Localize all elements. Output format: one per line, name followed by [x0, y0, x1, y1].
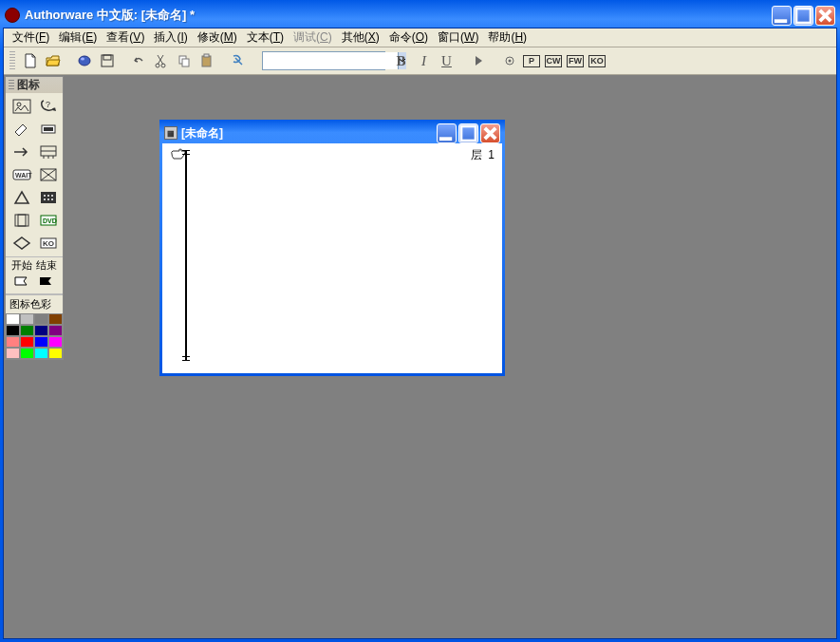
svg-point-2	[79, 56, 90, 66]
window-controls	[772, 6, 835, 26]
svg-rect-38	[461, 125, 476, 140]
digital-movie-icon[interactable]: DVD	[35, 210, 62, 231]
wait-icon-alt[interactable]	[35, 119, 62, 140]
copy-button[interactable]	[173, 50, 195, 71]
color-grid	[6, 313, 63, 359]
color-swatch-3[interactable]	[48, 313, 63, 325]
color-swatch-7[interactable]	[48, 325, 63, 336]
library-button[interactable]	[73, 50, 95, 71]
erase-icon[interactable]	[9, 119, 35, 140]
color-swatch-5[interactable]	[20, 325, 34, 336]
navigate-icon[interactable]	[9, 142, 35, 162]
map-icon[interactable]	[9, 210, 35, 231]
svg-point-27	[51, 195, 53, 197]
toolbar-grip[interactable]	[9, 51, 15, 70]
main-window: Authorware 中文版: [未命名] * 文件(F)编辑(E)查看(V)插…	[0, 0, 840, 642]
menu-v[interactable]: 查看(V)	[102, 28, 149, 47]
svg-point-29	[47, 198, 49, 200]
new-button[interactable]	[19, 50, 41, 71]
svg-rect-10	[202, 56, 211, 66]
menu-t[interactable]: 文本(T)	[242, 28, 289, 47]
ko-box-button[interactable]: KO	[588, 55, 606, 67]
italic-button[interactable]: I	[413, 50, 435, 71]
close-button[interactable]	[815, 6, 835, 26]
bold-button[interactable]: B	[390, 50, 412, 71]
color-swatch-12[interactable]	[6, 348, 20, 359]
sound-icon[interactable]	[9, 233, 35, 254]
svg-point-13	[508, 60, 511, 63]
svg-point-15	[17, 103, 21, 106]
underline-button[interactable]: U	[436, 50, 457, 71]
wait-text-icon[interactable]: WAIT	[9, 164, 35, 185]
find-button[interactable]	[227, 50, 249, 71]
menu-w[interactable]: 窗口(W)	[433, 28, 483, 47]
child-maximize-button[interactable]	[458, 123, 478, 143]
menu-i[interactable]: 插入(I)	[149, 28, 192, 47]
app-icon	[5, 8, 20, 23]
fw-box-button[interactable]: FW	[567, 55, 584, 67]
flowline[interactable]	[185, 151, 187, 360]
svg-text:?: ?	[46, 100, 50, 109]
control-panel-button[interactable]	[498, 50, 520, 71]
svg-rect-18	[44, 127, 53, 131]
motion-icon[interactable]: ?	[35, 96, 62, 117]
maximize-button[interactable]	[793, 6, 813, 26]
color-swatch-4[interactable]	[6, 325, 20, 336]
start-flag-icon[interactable]	[13, 275, 30, 292]
color-swatch-9[interactable]	[20, 336, 34, 348]
minimize-button[interactable]	[772, 6, 792, 26]
flowline-area[interactable]: 层 1	[162, 143, 502, 373]
child-title: [未命名]	[181, 125, 437, 142]
color-swatch-8[interactable]	[6, 336, 20, 348]
toolbar: B I U P CW FW KO	[4, 47, 836, 75]
color-swatch-11[interactable]	[48, 336, 63, 348]
cut-button[interactable]	[150, 50, 172, 71]
start-label: 开始	[11, 258, 32, 273]
color-swatch-14[interactable]	[34, 348, 48, 359]
menu-e[interactable]: 编辑(E)	[54, 28, 102, 47]
decision-icon[interactable]	[35, 164, 62, 185]
menu-f[interactable]: 文件(F)	[8, 28, 54, 47]
inner-frame: 文件(F)编辑(E)查看(V)插入(I)修改(M)文本(T)调试(C)其他(X)…	[3, 28, 837, 639]
color-swatch-13[interactable]	[20, 348, 34, 359]
color-swatch-15[interactable]	[48, 348, 63, 359]
calculation-icon[interactable]	[35, 187, 62, 208]
run-button[interactable]	[467, 50, 489, 71]
menu-o[interactable]: 命令(O)	[384, 28, 433, 47]
cw-box-button[interactable]: CW	[545, 55, 562, 67]
color-swatch-10[interactable]	[34, 336, 48, 348]
svg-rect-11	[204, 54, 209, 57]
font-dropdown[interactable]	[262, 51, 385, 70]
interaction-icon[interactable]	[9, 187, 35, 208]
undo-button[interactable]	[127, 50, 149, 71]
stop-flag-icon[interactable]	[38, 275, 55, 292]
child-titlebar[interactable]: ▦ [未命名]	[162, 123, 502, 143]
save-button[interactable]	[96, 50, 118, 71]
color-swatch-0[interactable]	[6, 313, 20, 325]
font-input[interactable]	[263, 52, 398, 69]
color-swatch-1[interactable]	[20, 313, 34, 325]
framework-icon[interactable]	[35, 142, 62, 162]
child-minimize-button[interactable]	[437, 123, 457, 143]
end-label: 结束	[36, 258, 57, 273]
menu-h[interactable]: 帮助(H)	[483, 28, 532, 47]
svg-rect-9	[182, 59, 189, 66]
palette-title[interactable]: 图标	[6, 77, 63, 93]
menu-m[interactable]: 修改(M)	[193, 28, 242, 47]
main-titlebar[interactable]: Authorware 中文版: [未命名] *	[3, 3, 837, 28]
p-box-button[interactable]: P	[523, 55, 540, 67]
svg-rect-31	[15, 215, 28, 226]
color-swatch-6[interactable]	[34, 325, 48, 336]
open-button[interactable]	[42, 50, 64, 71]
svg-rect-32	[18, 215, 26, 226]
paste-button[interactable]	[196, 50, 217, 71]
layer-number: 1	[488, 148, 495, 161]
color-swatch-2[interactable]	[34, 313, 48, 325]
display-icon[interactable]	[9, 96, 35, 117]
layer-info: 层 1	[471, 147, 495, 163]
flag-row	[6, 274, 63, 294]
menu-x[interactable]: 其他(X)	[337, 28, 384, 47]
knowledge-icon[interactable]: KO	[35, 233, 62, 254]
svg-rect-1	[796, 8, 811, 22]
child-close-button[interactable]	[480, 123, 500, 143]
